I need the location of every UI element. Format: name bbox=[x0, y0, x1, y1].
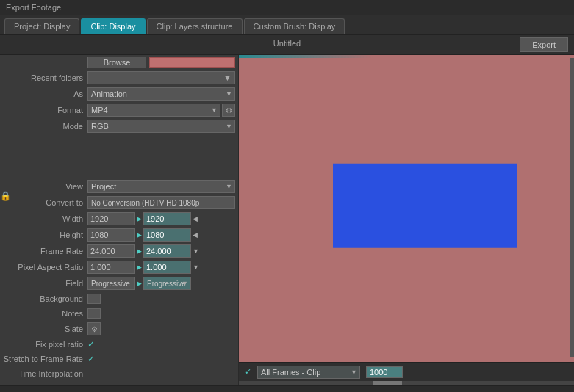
status-bar bbox=[0, 385, 574, 392]
pixel-aspect-ratio-left-input[interactable] bbox=[87, 261, 135, 274]
tab-custom-brush[interactable]: Custom Brush: Display bbox=[244, 18, 345, 34]
frames-check-icon: ✓ bbox=[245, 367, 251, 377]
tab-project-display[interactable]: Project: Display bbox=[4, 18, 79, 34]
recent-folders-dropdown[interactable]: ▼ bbox=[87, 71, 235, 84]
as-label: As bbox=[3, 90, 87, 98]
horizontal-scrollbar-thumb bbox=[373, 381, 402, 385]
pixel-aspect-ratio-arrow-icon: ▶ bbox=[137, 264, 142, 271]
width-right-arrow: ◀ bbox=[193, 215, 198, 222]
title-bar: Export Footage bbox=[0, 0, 574, 15]
field-right-dropdown[interactable]: Progressive ▼ bbox=[143, 277, 191, 290]
dropdown-arrow-icon: ▼ bbox=[223, 73, 232, 82]
tab-clip-layers[interactable]: Clip: Layers structure bbox=[147, 18, 243, 34]
title-label: Export Footage bbox=[6, 3, 61, 12]
path-bar bbox=[149, 57, 235, 68]
vertical-scrollbar[interactable] bbox=[570, 58, 574, 357]
main-layout: 🔒 Browse Recent folders ▼ As Animation ▼ bbox=[0, 55, 574, 385]
view-value: Project bbox=[91, 182, 116, 191]
field-left-dropdown[interactable]: Progressive bbox=[87, 277, 135, 290]
export-button[interactable]: Export bbox=[520, 37, 568, 52]
frame-rate-left-input[interactable] bbox=[87, 244, 135, 258]
format-dropdown[interactable]: MP4 ▼ bbox=[87, 104, 220, 117]
height-left-input[interactable] bbox=[87, 228, 135, 242]
export-header: Untitled Export bbox=[0, 35, 574, 55]
as-row: As Animation ▼ bbox=[0, 86, 238, 102]
fix-pixel-ratio-label: Fix pixel ratio bbox=[3, 340, 87, 349]
as-value: Animation bbox=[91, 90, 127, 98]
frame-rate-right-input[interactable] bbox=[143, 244, 191, 258]
stretch-to-frame-rate-label: Stretch to Frame Rate bbox=[3, 355, 87, 363]
frames-value-input[interactable] bbox=[366, 366, 403, 378]
blue-rectangle bbox=[333, 164, 517, 248]
field-left-value: Progressive bbox=[91, 280, 130, 288]
mode-dropdown-arrow: ▼ bbox=[226, 123, 232, 130]
frames-dropdown-arrow: ▼ bbox=[351, 369, 357, 376]
field-right-value: Progressive bbox=[147, 280, 186, 288]
as-dropdown-arrow: ▼ bbox=[226, 90, 232, 98]
lock-icon: 🔒 bbox=[0, 191, 10, 201]
slate-gear-button[interactable]: ⚙ bbox=[87, 322, 101, 335]
frame-rate-row: Frame Rate ▶ ▼ bbox=[0, 243, 238, 259]
field-row: Field Progressive ▶ Progressive ▼ bbox=[0, 275, 238, 291]
slate-row: Slate ⚙ bbox=[0, 321, 238, 337]
pixel-aspect-ratio-right-arrow: ▼ bbox=[193, 264, 199, 271]
format-label: Format bbox=[3, 106, 87, 115]
field-arrow-icon: ▶ bbox=[137, 280, 142, 287]
width-arrow-icon: ▶ bbox=[137, 215, 142, 222]
frame-rate-right-arrow: ▼ bbox=[193, 247, 199, 255]
view-label: View bbox=[3, 182, 87, 191]
recent-folders-row: Recent folders ▼ bbox=[0, 70, 238, 86]
tab-clip-display[interactable]: Clip: Display bbox=[81, 18, 145, 34]
export-sound-track-row: Export Sound Track ✓ bbox=[0, 381, 238, 385]
background-color-swatch[interactable] bbox=[87, 294, 101, 304]
right-panel: ✓ All Frames - Clip ▼ bbox=[239, 55, 574, 385]
stretch-to-frame-rate-check[interactable]: ✓ bbox=[87, 354, 95, 364]
recent-folders-label: Recent folders bbox=[3, 73, 87, 82]
notes-swatch[interactable] bbox=[87, 308, 101, 319]
format-value: MP4 bbox=[91, 106, 108, 115]
stretch-to-frame-rate-row: Stretch to Frame Rate ✓ bbox=[0, 352, 238, 366]
format-row: Format MP4 ▼ ⚙ bbox=[0, 102, 238, 118]
convert-to-value: No Conversion (HDTV HD 1080p bbox=[91, 199, 199, 207]
pixel-aspect-ratio-label: Pixel Aspect Ratio bbox=[3, 263, 87, 272]
convert-to-label: Convert to bbox=[3, 198, 87, 207]
height-right-input[interactable] bbox=[143, 228, 191, 242]
height-row: Height ▶ ◀ bbox=[0, 227, 238, 243]
as-dropdown[interactable]: Animation ▼ bbox=[87, 87, 235, 101]
frames-dropdown[interactable]: All Frames - Clip ▼ bbox=[257, 366, 360, 379]
spacer bbox=[0, 134, 238, 178]
convert-to-dropdown[interactable]: No Conversion (HDTV HD 1080p bbox=[87, 196, 235, 209]
frame-rate-label: Frame Rate bbox=[3, 247, 87, 255]
browse-button[interactable]: Browse bbox=[87, 57, 146, 68]
format-dropdown-arrow: ▼ bbox=[211, 106, 218, 114]
notes-label: Notes bbox=[3, 309, 87, 318]
height-label: Height bbox=[3, 231, 87, 239]
mode-value: RGB bbox=[91, 122, 109, 131]
view-dropdown-arrow: ▼ bbox=[226, 183, 232, 190]
export-sound-track-label: Export Sound Track bbox=[3, 384, 87, 385]
time-interpolation-label: Time Interpolation bbox=[3, 369, 87, 378]
horizontal-scrollbar[interactable] bbox=[239, 381, 574, 385]
width-right-input[interactable] bbox=[143, 212, 191, 225]
convert-to-row: Convert to No Conversion (HDTV HD 1080p bbox=[0, 195, 238, 211]
notes-row: Notes bbox=[0, 306, 238, 321]
left-panel: 🔒 Browse Recent folders ▼ As Animation ▼ bbox=[0, 55, 239, 385]
export-sound-track-check[interactable]: ✓ bbox=[87, 383, 95, 385]
mode-label: Mode bbox=[3, 122, 87, 131]
view-dropdown[interactable]: Project ▼ bbox=[87, 180, 235, 193]
pixel-aspect-ratio-right-input[interactable] bbox=[143, 261, 191, 274]
fix-pixel-ratio-check[interactable]: ✓ bbox=[87, 339, 95, 349]
fix-pixel-ratio-row: Fix pixel ratio ✓ bbox=[0, 337, 238, 352]
content-title: Untitled bbox=[6, 37, 568, 51]
format-gear-button[interactable]: ⚙ bbox=[222, 104, 235, 117]
width-row: Width ▶ ◀ bbox=[0, 211, 238, 227]
frame-rate-arrow-icon: ▶ bbox=[137, 247, 142, 255]
pixel-aspect-ratio-row: Pixel Aspect Ratio ▶ ▼ bbox=[0, 259, 238, 275]
height-arrow-icon: ▶ bbox=[137, 231, 142, 239]
tabs-row: Project: Display Clip: Display Clip: Lay… bbox=[0, 15, 574, 35]
width-left-input[interactable] bbox=[87, 212, 135, 225]
field-right-arrow: ▼ bbox=[182, 280, 188, 287]
time-interpolation-row: Time Interpolation bbox=[0, 366, 238, 381]
mode-dropdown[interactable]: RGB ▼ bbox=[87, 120, 235, 133]
height-right-arrow: ◀ bbox=[193, 231, 198, 239]
